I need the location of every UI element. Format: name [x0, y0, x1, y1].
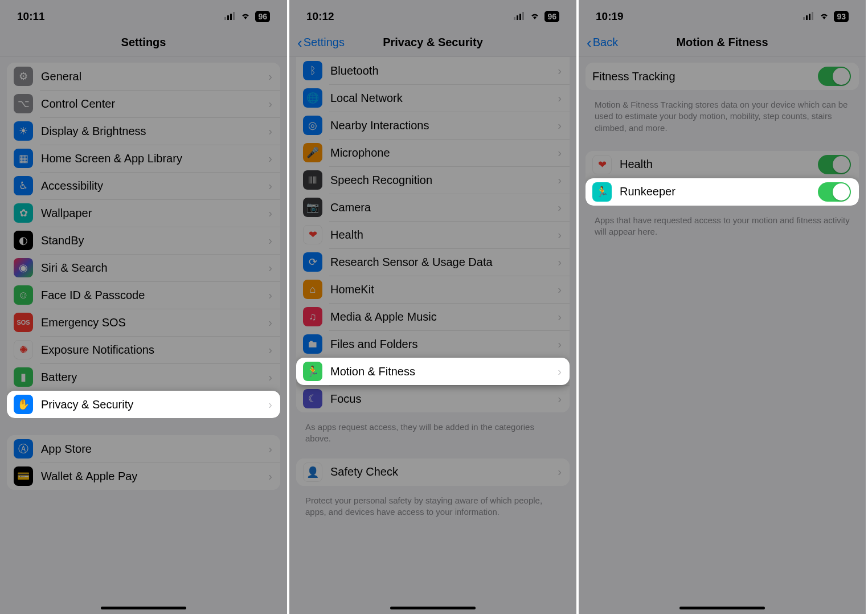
row-fitness-tracking[interactable]: Fitness Tracking	[586, 63, 859, 90]
row-wallet[interactable]: 💳Wallet & Apple Pay›	[7, 462, 280, 490]
chevron-right-icon: ›	[558, 201, 562, 214]
heart-icon: ❤︎	[303, 225, 322, 244]
row-files[interactable]: 🖿Files and Folders›	[296, 330, 570, 358]
row-standby[interactable]: ◐StandBy›	[7, 227, 280, 254]
exposure-icon: ✺	[14, 340, 33, 359]
row-motion-fitness[interactable]: 🏃Motion & Fitness›	[296, 358, 570, 385]
chevron-right-icon: ›	[268, 234, 272, 247]
row-home-screen[interactable]: ▦Home Screen & App Library›	[7, 145, 280, 172]
row-runkeeper[interactable]: 🏃 Runkeeper	[586, 178, 859, 206]
chevron-right-icon: ›	[558, 465, 562, 478]
chevron-right-icon: ›	[558, 146, 562, 159]
back-button[interactable]: ‹Back	[587, 35, 618, 50]
accessibility-icon: ♿︎	[14, 176, 33, 195]
row-wallpaper[interactable]: ✿Wallpaper›	[7, 199, 280, 227]
back-button[interactable]: ‹Settings	[297, 35, 345, 50]
cellular-icon	[803, 10, 814, 23]
sun-icon: ☀︎	[14, 121, 33, 141]
row-control-center[interactable]: ⌥Control Center›	[7, 90, 280, 117]
row-display-brightness[interactable]: ☀︎Display & Brightness›	[7, 117, 280, 145]
row-privacy-security[interactable]: ✋Privacy & Security›	[7, 391, 280, 418]
face-id-icon: ☺︎	[14, 285, 33, 305]
screen-privacy: 10:12 96 ‹Settings Privacy & Security ᛒB…	[289, 0, 579, 614]
row-focus[interactable]: ☾Focus›	[296, 385, 570, 412]
row-bluetooth[interactable]: ᛒBluetooth›	[296, 57, 570, 84]
fitness-tracking-group: Fitness Tracking	[586, 63, 859, 90]
svg-rect-4	[514, 17, 515, 20]
row-exposure[interactable]: ✺Exposure Notifications›	[7, 336, 280, 363]
chevron-right-icon: ›	[268, 261, 272, 275]
status-time: 10:11	[17, 10, 45, 23]
row-face-id[interactable]: ☺︎Face ID & Passcode›	[7, 281, 280, 309]
row-media[interactable]: ♫Media & Apple Music›	[296, 303, 570, 330]
row-microphone[interactable]: 🎤Microphone›	[296, 139, 570, 166]
row-accessibility[interactable]: ♿︎Accessibility›	[7, 172, 280, 199]
svg-rect-0	[224, 17, 226, 20]
row-siri[interactable]: ◉Siri & Search›	[7, 254, 280, 281]
status-right: 96	[514, 10, 559, 23]
chevron-right-icon: ›	[558, 256, 562, 269]
row-safety-check[interactable]: 👤Safety Check›	[296, 459, 570, 486]
chevron-right-icon: ›	[268, 97, 272, 110]
runkeeper-icon: 🏃	[592, 182, 612, 202]
siri-icon: ◉	[14, 258, 33, 277]
health-toggle[interactable]	[818, 155, 851, 174]
nav-header: ‹Back Motion & Fitness	[579, 28, 866, 57]
row-nearby[interactable]: ◎Nearby Interactions›	[296, 112, 570, 139]
battery-row-icon: ▮	[14, 367, 33, 387]
chevron-right-icon: ›	[268, 443, 272, 456]
row-app-store[interactable]: ⒶApp Store›	[7, 435, 280, 462]
home-indicator[interactable]	[390, 607, 476, 609]
gear-icon: ⚙︎	[14, 67, 33, 86]
person-check-icon: 👤	[303, 462, 322, 482]
row-battery[interactable]: ▮Battery›	[7, 363, 280, 391]
fitness-tracking-toggle[interactable]	[818, 67, 851, 86]
row-local-network[interactable]: 🌐Local Network›	[296, 84, 570, 112]
row-health[interactable]: ❤︎ Health	[586, 151, 859, 178]
waveform-icon: ⦀⦀	[303, 170, 322, 190]
home-indicator[interactable]	[101, 607, 186, 609]
chevron-right-icon: ›	[268, 371, 272, 384]
content: ᛒBluetooth› 🌐Local Network› ◎Nearby Inte…	[289, 57, 576, 541]
row-general[interactable]: ⚙︎General›	[7, 63, 280, 90]
svg-rect-1	[227, 15, 229, 20]
nav-header: ‹Settings Privacy & Security	[289, 28, 576, 57]
row-camera[interactable]: 📷Camera›	[296, 194, 570, 221]
row-research[interactable]: ⟳Research Sensor & Usage Data›	[296, 248, 570, 276]
mic-icon: 🎤	[303, 143, 322, 162]
footer-text-1: As apps request access, they will be add…	[296, 417, 570, 445]
chevron-left-icon: ‹	[297, 35, 302, 50]
footer-text-2: Protect your personal safety by staying …	[296, 490, 570, 518]
chevron-right-icon: ›	[558, 64, 562, 77]
row-emergency-sos[interactable]: SOSEmergency SOS›	[7, 309, 280, 336]
clock-icon: ◐	[14, 231, 33, 250]
chevron-right-icon: ›	[558, 338, 562, 351]
row-homekit[interactable]: ⌂HomeKit›	[296, 276, 570, 303]
status-bar: 10:19 93	[579, 0, 866, 28]
settings-group-2: ⒶApp Store› 💳Wallet & Apple Pay›	[7, 435, 280, 490]
home-icon: ⌂	[303, 280, 322, 299]
wallet-icon: 💳	[14, 466, 33, 486]
chevron-right-icon: ›	[268, 70, 272, 83]
chevron-right-icon: ›	[558, 119, 562, 132]
chevron-right-icon: ›	[558, 228, 562, 241]
battery-icon: 96	[255, 11, 270, 22]
status-bar: 10:11 96	[0, 0, 287, 28]
row-speech[interactable]: ⦀⦀Speech Recognition›	[296, 166, 570, 194]
chevron-right-icon: ›	[268, 316, 272, 329]
bluetooth-icon: ᛒ	[303, 61, 322, 80]
fitness-desc: Motion & Fitness Tracking stores data on…	[586, 95, 859, 134]
svg-rect-3	[233, 12, 235, 20]
home-indicator[interactable]	[679, 607, 765, 609]
content: ⚙︎General› ⌥Control Center› ☀︎Display & …	[0, 57, 287, 530]
moon-icon: ☾	[303, 389, 322, 408]
runkeeper-toggle[interactable]	[818, 182, 851, 202]
svg-rect-5	[517, 15, 518, 20]
screen-motion-fitness: 10:19 93 ‹Back Motion & Fitness Fitness …	[579, 0, 868, 614]
chevron-right-icon: ›	[558, 174, 562, 187]
chevron-right-icon: ›	[268, 289, 272, 302]
running-icon: 🏃	[303, 362, 322, 381]
wifi-icon	[818, 10, 830, 23]
hand-icon: ✋	[14, 395, 33, 414]
row-health[interactable]: ❤︎Health›	[296, 221, 570, 248]
